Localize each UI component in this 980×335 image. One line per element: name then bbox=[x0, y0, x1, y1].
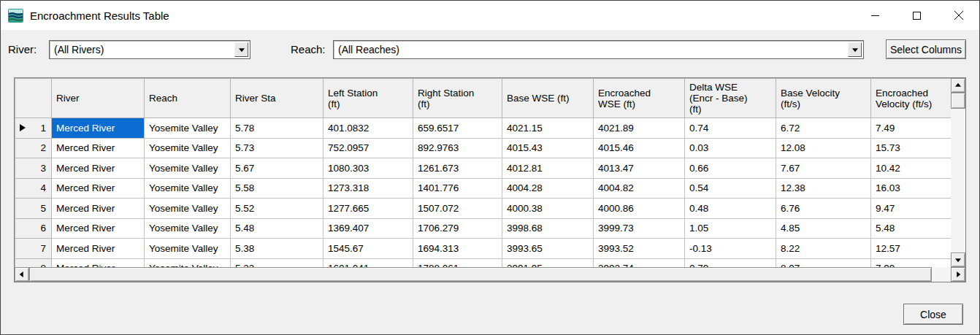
cell[interactable]: 7.99 bbox=[871, 258, 952, 267]
cell[interactable]: 5.52 bbox=[231, 199, 324, 219]
cell[interactable]: 401.0832 bbox=[324, 118, 413, 139]
column-header[interactable]: Encroached Velocity (ft/s) bbox=[871, 79, 952, 118]
cell[interactable]: 4.85 bbox=[776, 218, 871, 239]
cell[interactable]: Merced River bbox=[52, 218, 145, 239]
column-header[interactable]: Delta WSE (Encr - Base) (ft) bbox=[685, 79, 776, 118]
cell[interactable]: Yosemite Valley bbox=[145, 118, 231, 139]
column-header[interactable]: River Sta bbox=[231, 79, 324, 118]
minimize-button[interactable] bbox=[854, 1, 896, 30]
cell[interactable]: 4021.89 bbox=[594, 118, 685, 139]
row-marker-header[interactable] bbox=[15, 79, 52, 118]
cell[interactable]: 0.03 bbox=[685, 138, 776, 158]
cell[interactable]: 6.72 bbox=[776, 118, 871, 139]
title-bar[interactable]: Encroachment Results Table bbox=[1, 1, 979, 30]
horizontal-scrollbar-thumb[interactable] bbox=[29, 267, 932, 282]
river-dropdown[interactable]: (All Rivers) bbox=[49, 40, 250, 59]
cell[interactable]: 5.67 bbox=[231, 158, 324, 179]
selected-cell[interactable]: Merced River bbox=[52, 118, 145, 139]
row-marker[interactable]: 5 bbox=[15, 199, 52, 219]
scroll-down-button[interactable] bbox=[951, 253, 965, 267]
column-header[interactable]: Reach bbox=[145, 79, 231, 118]
cell[interactable]: 5.33 bbox=[231, 258, 324, 267]
cell[interactable]: 6.76 bbox=[776, 199, 871, 219]
cell[interactable]: 4004.28 bbox=[502, 178, 594, 199]
cell[interactable]: Yosemite Valley bbox=[145, 218, 231, 239]
cell[interactable]: 0.66 bbox=[685, 158, 776, 179]
cell[interactable]: 16.03 bbox=[871, 178, 952, 199]
cell[interactable]: Yosemite Valley bbox=[145, 158, 231, 179]
cell[interactable]: 1277.665 bbox=[324, 199, 413, 219]
row-marker[interactable]: 1 bbox=[15, 118, 52, 139]
horizontal-scrollbar[interactable] bbox=[15, 267, 965, 282]
reach-dropdown-arrow[interactable] bbox=[848, 42, 862, 57]
cell[interactable]: Yosemite Valley bbox=[145, 178, 231, 199]
cell[interactable]: 8.22 bbox=[776, 239, 871, 259]
cell[interactable]: 4013.47 bbox=[594, 158, 685, 179]
cell[interactable]: 12.08 bbox=[776, 138, 871, 158]
cell[interactable]: 3999.73 bbox=[594, 218, 685, 239]
row-marker[interactable]: 4 bbox=[15, 178, 52, 199]
cell[interactable]: 0.54 bbox=[685, 178, 776, 199]
cell[interactable]: 0.79 bbox=[685, 258, 776, 267]
cell[interactable]: 892.9763 bbox=[413, 138, 502, 158]
scroll-right-button[interactable] bbox=[951, 267, 965, 282]
cell[interactable]: 1261.673 bbox=[413, 158, 502, 179]
cell[interactable]: 5.58 bbox=[231, 178, 324, 199]
column-header[interactable]: River bbox=[52, 79, 145, 118]
vertical-scrollbar[interactable] bbox=[951, 78, 965, 267]
cell[interactable]: 1.05 bbox=[685, 218, 776, 239]
cell[interactable]: Merced River bbox=[52, 178, 145, 199]
cell[interactable]: Merced River bbox=[52, 138, 145, 158]
row-marker[interactable]: 3 bbox=[15, 158, 52, 179]
cell[interactable]: Merced River bbox=[52, 239, 145, 259]
cell[interactable]: 3993.65 bbox=[502, 239, 594, 259]
cell[interactable]: Merced River bbox=[52, 258, 145, 267]
close-button[interactable] bbox=[938, 1, 979, 30]
close-dialog-button[interactable]: Close bbox=[903, 304, 963, 325]
row-marker[interactable]: 2 bbox=[15, 138, 52, 158]
cell[interactable]: 5.38 bbox=[231, 239, 324, 259]
cell[interactable]: Yosemite Valley bbox=[145, 138, 231, 158]
cell[interactable]: 7.67 bbox=[776, 158, 871, 179]
cell[interactable]: 7.49 bbox=[871, 118, 952, 139]
row-marker[interactable]: 8 bbox=[15, 258, 52, 267]
reach-dropdown[interactable]: (All Reaches) bbox=[333, 40, 864, 59]
column-header[interactable]: Encroached WSE (ft) bbox=[594, 79, 685, 118]
cell[interactable]: 15.73 bbox=[871, 138, 952, 158]
cell[interactable]: 1694.313 bbox=[413, 239, 502, 259]
row-marker[interactable]: 7 bbox=[15, 239, 52, 259]
cell[interactable]: 752.0957 bbox=[324, 138, 413, 158]
cell[interactable]: Yosemite Valley bbox=[145, 199, 231, 219]
cell[interactable]: 1788.061 bbox=[413, 258, 502, 267]
cell[interactable]: 4004.82 bbox=[594, 178, 685, 199]
cell[interactable]: 8.97 bbox=[776, 258, 871, 267]
scroll-up-button[interactable] bbox=[951, 78, 965, 93]
cell[interactable]: 1706.279 bbox=[413, 218, 502, 239]
cell[interactable]: -0.13 bbox=[685, 239, 776, 259]
cell[interactable]: 3993.52 bbox=[594, 239, 685, 259]
cell[interactable]: 3991.95 bbox=[502, 258, 594, 267]
cell[interactable]: Yosemite Valley bbox=[145, 239, 231, 259]
cell[interactable]: 10.42 bbox=[871, 158, 952, 179]
cell[interactable]: 12.38 bbox=[776, 178, 871, 199]
cell[interactable]: 4000.38 bbox=[502, 199, 594, 219]
cell[interactable]: 3992.74 bbox=[594, 258, 685, 267]
cell[interactable]: 5.48 bbox=[871, 218, 952, 239]
row-marker[interactable]: 6 bbox=[15, 218, 52, 239]
cell[interactable]: 659.6517 bbox=[413, 118, 502, 139]
cell[interactable]: 9.47 bbox=[871, 199, 952, 219]
cell[interactable]: 1273.318 bbox=[324, 178, 413, 199]
maximize-button[interactable] bbox=[896, 1, 938, 30]
cell[interactable]: 12.57 bbox=[871, 239, 952, 259]
cell[interactable]: 4015.46 bbox=[594, 138, 685, 158]
column-header[interactable]: Right Station (ft) bbox=[413, 79, 502, 118]
cell[interactable]: 1507.072 bbox=[413, 199, 502, 219]
cell[interactable]: 1369.407 bbox=[324, 218, 413, 239]
cell[interactable]: 1545.67 bbox=[324, 239, 413, 259]
cell[interactable]: 1401.776 bbox=[413, 178, 502, 199]
cell[interactable]: 5.48 bbox=[231, 218, 324, 239]
select-columns-button[interactable]: Select Columns bbox=[886, 39, 966, 59]
cell[interactable]: 1601.041 bbox=[324, 258, 413, 267]
cell[interactable]: 5.78 bbox=[231, 118, 324, 139]
cell[interactable]: Yosemite Valley bbox=[145, 258, 231, 267]
